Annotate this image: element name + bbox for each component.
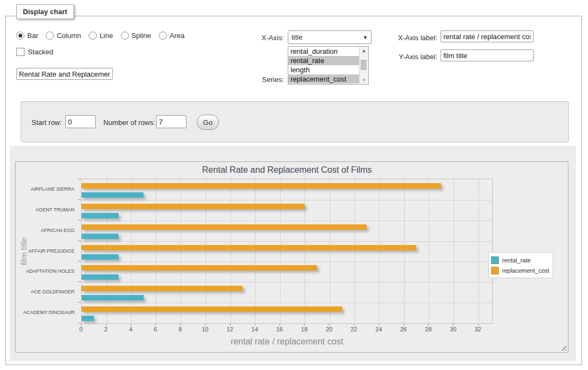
bar-rental_rate (82, 192, 144, 198)
plot-area (81, 179, 493, 324)
bar-rental_rate (82, 213, 119, 218)
y-tick-mark (78, 302, 81, 303)
y-tick-mark (78, 199, 81, 200)
scroll-up-icon[interactable]: ▲ (360, 47, 368, 54)
chevron-down-icon: ▼ (363, 35, 368, 40)
chart-title-input[interactable] (16, 68, 113, 80)
grid-line-vertical (379, 179, 380, 323)
radio-bar[interactable]: Bar (16, 32, 38, 40)
series-option-length[interactable]: length (288, 65, 368, 74)
radio-spline[interactable]: Spline (121, 32, 151, 40)
x-tick-mark (280, 324, 280, 326)
x-tick-mark (404, 324, 404, 326)
stacked-checkbox-row[interactable]: Stacked (16, 48, 53, 56)
series-list-scrollbar[interactable]: ▲ ▼ (359, 47, 368, 84)
y-axis-label-label: Y-Axis label: (391, 53, 437, 61)
bar-replacement_cost (82, 286, 243, 291)
grid-line-vertical (479, 179, 479, 323)
y-tick-mark (78, 220, 81, 221)
bar-rental_rate (82, 254, 119, 260)
radio-column[interactable]: Column (46, 32, 81, 40)
y-tick-mark (78, 241, 81, 241)
x-tick-label: 8 (178, 326, 182, 333)
bar-replacement_cost (82, 306, 342, 312)
series-option-rental-duration[interactable]: rental_duration (288, 47, 368, 56)
bar-replacement_cost (82, 245, 416, 250)
grid-line-horizontal (82, 221, 492, 221)
radio-column-control[interactable] (46, 32, 54, 40)
series-option-replacement-cost[interactable]: replacement_cost (288, 74, 368, 84)
x-tick-label: 16 (276, 326, 283, 333)
x-tick-mark (180, 324, 181, 326)
legend-swatch (491, 256, 499, 264)
bar-replacement_cost (82, 204, 305, 209)
stacked-checkbox[interactable] (16, 48, 24, 56)
bar-replacement_cost (82, 224, 367, 230)
x-tick-mark (230, 324, 231, 326)
grid-line-vertical (355, 179, 355, 323)
radio-bar-control[interactable] (16, 32, 24, 40)
series-option-rental-rate[interactable]: rental_rate (288, 56, 368, 65)
radio-bar-label: Bar (27, 32, 38, 40)
resize-grip-icon[interactable] (560, 344, 566, 350)
stacked-label: Stacked (28, 48, 53, 56)
grid-line-vertical (454, 179, 454, 323)
number-of-rows-input[interactable] (156, 115, 187, 128)
grid-line-vertical (181, 179, 181, 323)
x-tick-label: 32 (474, 326, 481, 333)
x-axis-selected-value: title (292, 33, 302, 41)
grid-line-horizontal (82, 241, 492, 242)
legend-label: replacement_cost (502, 267, 549, 274)
fieldset-legend: Display chart (16, 4, 74, 19)
x-axis-select-label: X-Axis: (251, 34, 284, 42)
grid-line-vertical (280, 179, 281, 323)
x-tick-mark (379, 324, 379, 326)
radio-spline-label: Spline (132, 32, 151, 40)
x-axis-title: rental rate / replacement cost (81, 337, 493, 347)
radio-line-control[interactable] (89, 32, 97, 40)
x-tick-mark (81, 324, 82, 326)
x-tick-mark (354, 324, 355, 326)
radio-area-label: Area (170, 32, 184, 40)
x-tick-mark (453, 324, 454, 326)
x-tick-label: 10 (202, 326, 208, 333)
bar-rental_rate (82, 274, 119, 280)
start-row-input[interactable] (65, 115, 96, 128)
scroll-down-icon[interactable]: ▼ (360, 77, 368, 84)
radio-line[interactable]: Line (89, 32, 113, 40)
x-tick-label: 24 (375, 326, 382, 333)
x-tick-label: 0 (79, 326, 83, 333)
radio-spline-control[interactable] (121, 32, 129, 40)
grid-line-vertical (231, 179, 231, 323)
y-tick-mark (78, 281, 81, 282)
grid-line-vertical (131, 179, 132, 323)
y-tick-mark (78, 323, 81, 323)
radio-line-label: Line (100, 32, 113, 40)
scrollbar-thumb[interactable] (361, 60, 367, 70)
y-axis-label-input[interactable] (441, 49, 534, 61)
go-button[interactable]: Go (197, 115, 219, 130)
x-axis-select[interactable]: title ▼ (288, 30, 372, 44)
bar-replacement_cost (82, 183, 441, 189)
x-tick-mark (255, 324, 255, 326)
radio-area-control[interactable] (159, 32, 167, 40)
legend-swatch (491, 267, 499, 274)
bar-rental_rate (82, 316, 94, 321)
x-axis-label-input[interactable] (441, 30, 534, 42)
x-tick-label: 12 (226, 326, 233, 333)
grid-line-vertical (255, 179, 256, 323)
grid-line-vertical (305, 179, 305, 323)
x-tick-mark (131, 324, 131, 326)
x-tick-label: 2 (104, 326, 108, 333)
start-row-label: Start row: (32, 118, 62, 127)
y-tick-mark (78, 261, 81, 261)
chart-panel: Rental Rate and Replacement Cost of Film… (15, 161, 568, 353)
radio-area[interactable]: Area (159, 32, 184, 40)
y-tick-mark (78, 179, 81, 179)
grid-line-horizontal (82, 200, 492, 200)
grid-line-horizontal (82, 282, 492, 283)
legend-label: rental_rate (502, 257, 531, 264)
series-multiselect[interactable]: rental_duration rental_rate length repla… (288, 46, 369, 85)
number-of-rows-label: Number of rows: (103, 118, 155, 127)
series-list-label: Series: (249, 76, 284, 84)
